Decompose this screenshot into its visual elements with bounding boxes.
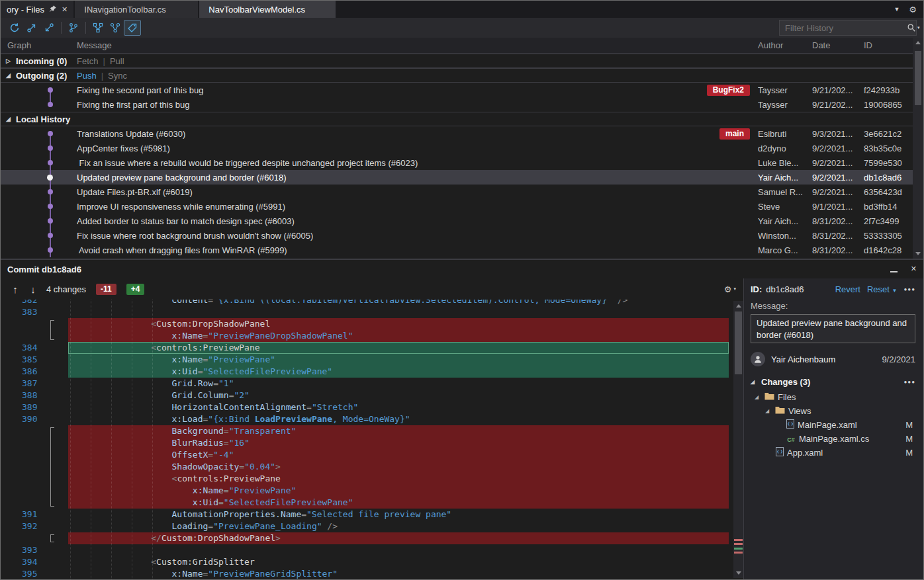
diff-scrollbar[interactable]: [733, 301, 743, 578]
expander-icon[interactable]: ◢: [755, 394, 761, 400]
changes-tree-item[interactable]: C# MainPage.xaml.cs M: [751, 432, 915, 446]
scroll-down-icon[interactable]: [736, 571, 741, 575]
xaml-file-icon: [776, 447, 784, 458]
window-options-gear-icon[interactable]: ⚙: [909, 5, 917, 15]
column-message: Message: [77, 40, 758, 50]
scrollbar-thumb[interactable]: [915, 51, 921, 105]
minimize-pane-icon[interactable]: [890, 265, 898, 274]
change-margin: [43, 366, 68, 378]
change-margin: [43, 330, 68, 342]
commit-author: Winston...: [758, 231, 812, 241]
commit-row[interactable]: Updated preview pane background and bord…: [1, 170, 914, 185]
commit-graph: [1, 170, 77, 185]
scroll-up-icon[interactable]: [736, 304, 741, 308]
commit-row[interactable]: Added border to status bar to match desi…: [1, 214, 914, 228]
changes-tree-item[interactable]: MainPage.xaml M: [751, 418, 915, 432]
revert-button[interactable]: Revert: [835, 284, 860, 294]
history-section-row[interactable]: ◢ Outgoing (2) Push|Sync: [1, 68, 914, 83]
commit-dot-icon: [48, 131, 53, 136]
commit-message-box[interactable]: Updated preview pane background and bord…: [751, 314, 915, 343]
section-link-sync[interactable]: Sync: [108, 71, 127, 81]
commit-message: Fix an issue where a rebuild would be tr…: [77, 158, 418, 168]
reset-button[interactable]: Reset: [867, 284, 890, 294]
changes-tree-item[interactable]: ◢ Views: [751, 404, 915, 418]
window-dropdown-icon[interactable]: ▼: [894, 6, 900, 13]
commit-dot-icon: [48, 102, 53, 107]
compare-incoming-icon[interactable]: [40, 20, 58, 36]
history-toolbar: ▾: [1, 18, 923, 38]
tab-label: INavigationToolbar.cs: [84, 5, 166, 15]
close-tab-icon[interactable]: ✕: [62, 5, 68, 14]
commit-date: 9/2/2021...: [812, 187, 864, 197]
commit-row[interactable]: Translations Update (#6030) main Esibrut…: [1, 126, 914, 141]
changes-tree-item[interactable]: ◢ Files: [751, 390, 915, 404]
gear-dropdown-icon[interactable]: ▾: [733, 286, 736, 292]
diff-editor[interactable]: 382 Content="{x:Bind ((local:TabItem)Ver…: [1, 300, 745, 579]
next-change-icon[interactable]: ↓: [27, 284, 39, 295]
compare-outgoing-icon[interactable]: [23, 20, 40, 36]
line-number: 384: [1, 342, 43, 354]
expander-icon[interactable]: ▷: [6, 58, 15, 64]
commit-row[interactable]: Fix issue where root background brush wo…: [1, 228, 914, 243]
commit-date: 8/31/202...: [812, 231, 864, 241]
commit-row[interactable]: Fixing the second part of this bug BugFi…: [1, 83, 914, 97]
change-bracket-icon: [50, 534, 54, 542]
section-link-pull[interactable]: Pull: [110, 56, 124, 66]
commit-row[interactable]: Fix an issue where a rebuild would be tr…: [1, 155, 914, 170]
tab-navtoolbarviewmodel[interactable]: NavToolbarViewModel.cs: [199, 1, 336, 18]
expander-icon[interactable]: ◢: [6, 116, 15, 122]
code-text: ShadowOpacity="0.04">: [68, 461, 729, 473]
more-actions-icon[interactable]: ●●●: [904, 286, 916, 292]
diff-line: x:Uid="SelectedFilePreviewPane": [1, 497, 729, 509]
show-tags-icon[interactable]: [124, 20, 141, 36]
code-text: Grid.Row="1": [68, 378, 729, 390]
commit-row[interactable]: Avoid crash when dragging files from Win…: [1, 243, 914, 257]
commit-row[interactable]: Fixing the first part of this bug Taysse…: [1, 97, 914, 112]
tab-history-files[interactable]: ory - Files ✕: [1, 1, 73, 18]
close-pane-icon[interactable]: ✕: [911, 265, 917, 274]
line-number: 393: [1, 544, 43, 556]
history-section-row[interactable]: ▷ Incoming (0) Fetch|Pull: [1, 54, 914, 68]
column-graph: Graph: [1, 40, 77, 50]
diff-settings-gear-icon[interactable]: ⚙: [724, 284, 732, 294]
commit-graph: [1, 126, 77, 141]
expander-icon[interactable]: ◢: [6, 72, 15, 79]
commit-dot-icon: [48, 145, 53, 151]
section-link-fetch[interactable]: Fetch: [77, 56, 99, 66]
diff-line: 382 Content="{x:Bind ((local:TabItem)Ver…: [1, 300, 729, 306]
commit-row[interactable]: AppCenter fixes (#5981) d2dyno 9/2/2021.…: [1, 141, 914, 155]
section-link-push[interactable]: Push: [77, 71, 97, 81]
previous-change-icon[interactable]: ↑: [9, 284, 21, 295]
tab-inavigationtoolbar[interactable]: INavigationToolbar.cs: [75, 1, 198, 18]
scroll-down-icon[interactable]: [915, 252, 921, 255]
commit-id: 7599e530: [864, 158, 914, 168]
refresh-icon[interactable]: [6, 20, 23, 36]
changes-tree-item[interactable]: App.xaml M: [751, 446, 915, 460]
filter-history-input[interactable]: [780, 21, 907, 35]
reset-dropdown-icon[interactable]: ▼: [892, 288, 898, 294]
graph-view-icon[interactable]: [89, 20, 107, 36]
code-text: <controls:PreviewPane: [68, 342, 729, 354]
commit-row[interactable]: Update Files.pt-BR.xlf (#6019) Samuel R.…: [1, 185, 914, 199]
changes-more-actions-icon[interactable]: ●●●: [904, 379, 916, 385]
history-column-headers: Graph Message Author Date ID: [1, 38, 914, 54]
history-scrollbar[interactable]: [913, 38, 923, 259]
expander-icon[interactable]: ◢: [751, 379, 757, 385]
pin-icon[interactable]: [49, 5, 57, 15]
history-section-row[interactable]: ◢ Local History: [1, 112, 914, 126]
code-text: BlurRadius="16": [68, 437, 729, 449]
item-label: Views: [788, 406, 811, 416]
expander-icon[interactable]: ◢: [765, 408, 772, 414]
commit-row[interactable]: Improve UI responsiveness while enumerat…: [1, 199, 914, 214]
branch-icon[interactable]: [65, 20, 82, 36]
search-icon[interactable]: ▾: [907, 21, 920, 35]
diff-line: 393: [1, 544, 729, 556]
scrollbar-thumb[interactable]: [735, 311, 742, 374]
scroll-up-icon[interactable]: [915, 41, 921, 44]
graph-dots-icon[interactable]: [107, 20, 124, 36]
item-label: App.xaml: [787, 448, 823, 458]
commit-id: bd3ffb14: [864, 202, 914, 212]
additions-badge: +4: [126, 284, 145, 295]
commit-graph: [1, 243, 77, 257]
diff-line: x:Name="PreviewPaneDropShadowPanel": [1, 330, 729, 342]
